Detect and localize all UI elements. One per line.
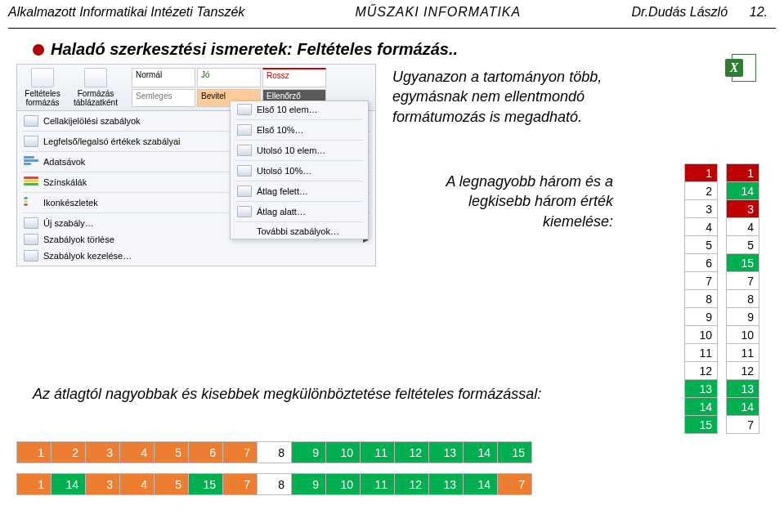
- table-cell: 8: [258, 442, 292, 463]
- table-cell: 2: [685, 182, 718, 200]
- menu-label: Első 10%…: [257, 125, 303, 135]
- table-cell: 7: [727, 272, 759, 290]
- table-cell: 7: [498, 474, 532, 495]
- table-cell: 12: [395, 442, 429, 463]
- title-row: Haladó szerkesztési ismeretek: Feltétele…: [33, 40, 768, 59]
- header-center: MŰSZAKI INFORMATIKA: [355, 5, 521, 20]
- submenu-bottom10items[interactable]: Utolsó 10 elem…: [231, 142, 368, 159]
- excel-app-icon: X: [724, 52, 759, 85]
- rules-icon: [24, 115, 38, 127]
- table-cell: 7: [685, 272, 718, 290]
- top10pct-icon: [237, 124, 252, 136]
- menu-label: További szabályok…: [257, 226, 339, 236]
- databars-icon: [24, 156, 38, 168]
- bottom10-icon: [237, 145, 252, 156]
- mid-caption: A legnagyobb három és a legkisebb három …: [417, 172, 613, 231]
- aboveavg-icon: [237, 186, 252, 197]
- table-cell: 6: [685, 254, 718, 272]
- table-cell: 13: [429, 474, 464, 495]
- table-cell: 14: [464, 474, 498, 495]
- header-page: 12.: [750, 5, 768, 19]
- menu-label: Színskálák: [43, 177, 87, 187]
- table-cell: 14: [464, 442, 498, 463]
- table-cell: 9: [292, 442, 326, 463]
- table-cell: 11: [685, 344, 718, 362]
- table-cell: 7: [223, 474, 258, 495]
- clear-rules-icon: [24, 234, 38, 245]
- bottom10pct-icon: [237, 165, 252, 177]
- submenu-top10pct[interactable]: Első 10%…: [231, 122, 368, 138]
- table-cell: 2: [52, 442, 86, 463]
- header-left: Alkalmazott Informatikai Intézeti Tanszé…: [8, 5, 244, 20]
- style-good[interactable]: Jó: [197, 68, 261, 87]
- belowavg-icon: [237, 206, 252, 217]
- style-normal[interactable]: Normál: [132, 68, 195, 87]
- column-table-right: 1143451578910111213147: [726, 163, 759, 434]
- submenu-bottom10pct[interactable]: Utolsó 10%…: [231, 163, 368, 179]
- row-table-2: 1143451578910111213147: [16, 473, 532, 495]
- horizontal-tables: 123456789101112131415 114345157891011121…: [16, 441, 532, 505]
- table-cell: 15: [727, 254, 759, 272]
- ribbon-label: Formázás táblázatként: [71, 89, 120, 107]
- menu-separator: [235, 221, 363, 222]
- table-cell: 7: [727, 416, 759, 434]
- table-cell: 3: [86, 442, 120, 463]
- table-cell: 15: [685, 416, 718, 434]
- table-cell: 7: [223, 442, 258, 463]
- page-title: Haladó szerkesztési ismeretek: Feltétele…: [51, 40, 458, 59]
- header-right: Dr.Dudás László 12.: [631, 5, 768, 20]
- menu-separator: [235, 140, 363, 141]
- menu-manage-rules[interactable]: Szabályok kezelése…: [17, 248, 375, 264]
- table-cell: 12: [395, 474, 429, 495]
- manage-rules-icon: [24, 250, 38, 262]
- table-cell: 5: [685, 236, 718, 254]
- topbottom-icon: [24, 136, 38, 147]
- ribbon-conditional-format[interactable]: Feltételes formázás: [22, 68, 63, 107]
- header: Alkalmazott Informatikai Intézeti Tanszé…: [0, 0, 784, 28]
- table-cell: 3: [86, 474, 120, 495]
- menu-label: Utolsó 10%…: [257, 166, 311, 176]
- table-cell: 1: [685, 164, 718, 182]
- conditional-format-icon: [31, 68, 54, 87]
- table-cell: 13: [429, 442, 464, 463]
- table-cell: 9: [685, 308, 718, 326]
- table-cell: 11: [361, 442, 395, 463]
- table-cell: 5: [155, 442, 189, 463]
- menu-label: Új szabály…: [43, 218, 94, 228]
- menu-label: Legfelső/legalsó értékek szabályai: [43, 136, 181, 146]
- table-cell: 8: [258, 474, 292, 495]
- submenu-top10items[interactable]: Első 10 elem…: [231, 101, 368, 118]
- menu-separator: [235, 201, 363, 202]
- menu-label: Utolsó 10 elem…: [257, 145, 325, 155]
- header-divider: [8, 28, 776, 29]
- new-rule-icon: [24, 217, 38, 229]
- top10-icon: [237, 104, 252, 115]
- submenu-above-avg[interactable]: Átlag felett…: [231, 183, 368, 199]
- table-cell: 10: [685, 326, 718, 344]
- table-cell: 14: [52, 474, 86, 495]
- table-cell: 10: [326, 474, 361, 495]
- style-bad[interactable]: Rossz: [262, 68, 326, 87]
- submenu-below-avg[interactable]: Átlag alatt…: [231, 203, 368, 220]
- table-cell: 5: [155, 474, 189, 495]
- table-cell: 14: [727, 398, 759, 416]
- table-cell: 15: [189, 474, 223, 495]
- table-cell: 4: [120, 442, 155, 463]
- table-cell: 6: [189, 442, 223, 463]
- menu-label: Átlag felett…: [257, 186, 308, 196]
- row-table-1: 123456789101112131415: [16, 441, 532, 463]
- table-cell: 13: [685, 380, 718, 398]
- table-cell: 9: [292, 474, 326, 495]
- style-neutral[interactable]: Semleges: [132, 89, 195, 108]
- table-cell: 8: [685, 290, 718, 308]
- menu-label: Adatsávok: [43, 157, 85, 167]
- menu-separator: [235, 160, 363, 161]
- table-cell: 3: [685, 200, 718, 218]
- ribbon-format-table[interactable]: Formázás táblázatként: [71, 68, 120, 107]
- ribbon-label: Feltételes formázás: [22, 89, 63, 107]
- submenu-more-rules[interactable]: További szabályok…: [231, 224, 368, 239]
- menu-label: Szabályok kezelése…: [43, 251, 132, 261]
- menu-label: Első 10 elem…: [257, 105, 318, 114]
- intro-text: Ugyanazon a tartományon több, egymásnak …: [392, 67, 638, 266]
- menu-label: Átlag alatt…: [257, 207, 306, 217]
